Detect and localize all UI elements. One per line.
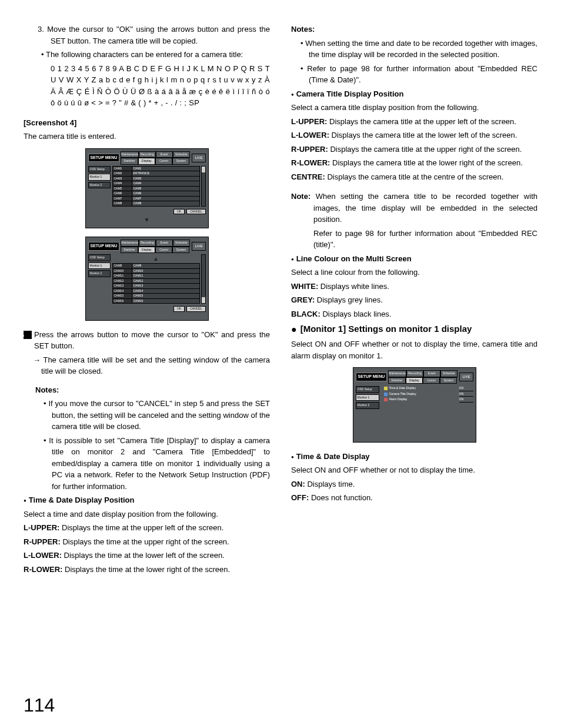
step-5-result: → The camera title will be set and the s… <box>24 354 270 377</box>
step-3: 3. Move the cursor to "OK" using the arr… <box>24 24 270 46</box>
ctdp-llower: L-LOWER: Displays the camera title at th… <box>291 129 537 141</box>
time-date-display-title: Time & Date Display <box>291 451 537 463</box>
chars-intro: • The following characters can be entere… <box>24 49 270 61</box>
note-embedded: • It is possible to set "Camera Title [D… <box>44 435 270 493</box>
line-white: WHITE: Displays white lines. <box>291 281 537 292</box>
ctdp-rupper: R-UPPER: Displays the camera title at th… <box>291 144 537 155</box>
screenshot-4-label: [Screenshot 4] <box>24 118 76 127</box>
line-grey: GREY: Displays grey lines. <box>291 294 537 306</box>
tdd-off: OFF: Does not function. <box>291 492 537 504</box>
time-date-display-position-title: Time & Date Display Position <box>24 494 270 506</box>
tddp-rupper: R-UPPER: Displays the time at the upper … <box>24 536 270 548</box>
camera-title-display-position-title: Camera Title Display Position <box>291 88 537 100</box>
ctdp-lupper: L-UPPER: Displays the camera title at th… <box>291 116 537 128</box>
note-page-98-a: • Refer to page 98 for further informati… <box>291 63 537 86</box>
tddp-llower: L-LOWER: Displays the time at the lower … <box>24 550 270 561</box>
page-number: 114 <box>24 694 55 716</box>
screenshot-monitor-1: SETUP MENU MaintenanceRecordingEventSche… <box>353 367 476 443</box>
tddp-lupper: L-UPPER: Displays the time at the upper … <box>24 522 270 534</box>
notes-label-right: Notes: <box>291 25 315 34</box>
screenshot-cam-titles-b: SETUP MENU MaintenanceRecordingEventSche… <box>85 237 209 321</box>
note-page-98-b: Refer to page 98 for further information… <box>291 228 537 251</box>
ctdp-intro: Select a camera title display position f… <box>291 102 537 114</box>
line-black: BLACK: Displays black lines. <box>291 308 537 320</box>
screenshot-4-caption: The camera title is entered. <box>24 131 270 142</box>
ctdp-rlower: R-LOWER: Displays the camera title at th… <box>291 157 537 169</box>
note-embed-title: Note: When setting the camera title to b… <box>291 191 537 225</box>
left-column: 3. Move the cursor to "OK" using the arr… <box>24 24 270 577</box>
line-colour-title: Line Colour on the Multi Screen <box>291 253 537 265</box>
chars-list: 0 1 2 3 4 5 6 7 8 9 A B C D E F G H I J … <box>24 63 270 109</box>
note-cancel: • If you move the cursor to "CANCEL" in … <box>44 398 270 433</box>
right-column: Notes: • When setting the time and date … <box>291 24 537 577</box>
line-colour-intro: Select a line colour from the following. <box>291 267 537 278</box>
tddp-intro: Select a time and date display position … <box>24 508 270 520</box>
monitor-1-intro: Select ON and OFF whether or not to disp… <box>291 338 537 361</box>
step-5: 5Press the arrows button to move the cur… <box>24 329 270 352</box>
notes-label-left: Notes: <box>35 385 59 394</box>
screenshot-cam-titles-a: SETUP MENU MaintenanceRecordingEventSche… <box>85 148 209 229</box>
note-rec-position: • When setting the time and date to be r… <box>291 38 537 61</box>
tddp-rlower: R-LOWER: Displays the time at the lower … <box>24 564 270 576</box>
ctdp-centre: CENTRE: Displays the camera title at the… <box>291 171 537 183</box>
tdd-intro: Select ON and OFF whether or not to disp… <box>291 464 537 476</box>
tdd-on: ON: Displays time. <box>291 478 537 490</box>
monitor-1-title: [Monitor 1] Settings on monitor 1 displa… <box>291 322 537 336</box>
